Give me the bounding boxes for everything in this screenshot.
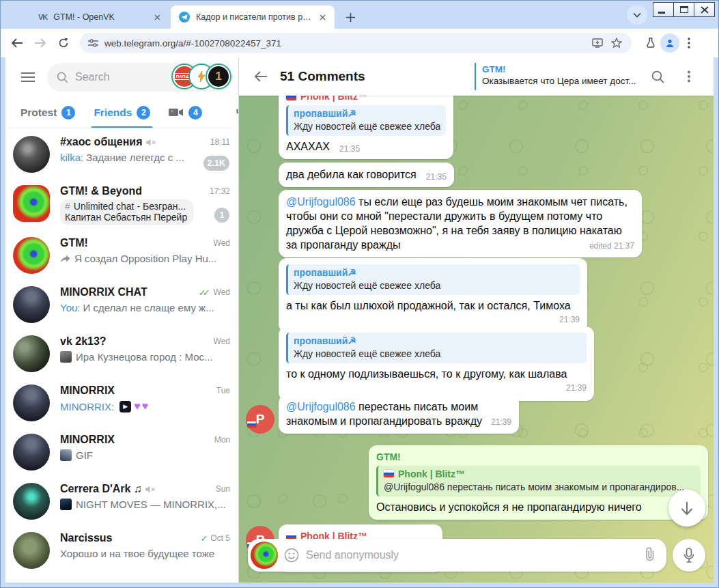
maximize-button[interactable] [673, 2, 694, 17]
telegram-favicon [179, 12, 190, 23]
minimize-button[interactable] [653, 2, 674, 17]
send-as-avatar[interactable] [251, 542, 278, 569]
hamburger-menu-icon[interactable] [14, 64, 42, 91]
window-controls [653, 2, 715, 17]
message-sender[interactable]: Phonk | Blitz™ [286, 96, 446, 104]
install-app-icon[interactable] [588, 33, 607, 53]
reload-button[interactable] [54, 33, 73, 53]
message-input[interactable] [306, 549, 643, 561]
chat-list-item-gtm-beyond[interactable]: GTM! & Beyond 17:32 #Unlimited chat - Бе… [5, 179, 238, 231]
read-check-icon: ✓ [200, 533, 208, 544]
profile-avatar-icon[interactable] [660, 33, 679, 53]
chat-list-item-minorrix-mon[interactable]: MINORRIX Mon GIF [5, 428, 238, 477]
back-arrow-icon[interactable] [247, 63, 274, 90]
chat-list: #хаос общения 18:11 kilka: Задание легег… [5, 130, 238, 583]
chat-search-icon[interactable] [644, 63, 671, 90]
comments-pane: 51 Comments GTM! Оказывается что Цера им… [239, 57, 714, 583]
browser-menu-icon[interactable] [679, 33, 699, 53]
purple-hearts-icon: ♥♥ [134, 400, 150, 412]
tab-strip: VK GTM! - OpenVK Кадор и писатели против… [0, 0, 719, 29]
pinned-post[interactable]: GTM! Оказывается что Цера имеет дост... [475, 63, 637, 90]
folder-badge: 1 [61, 106, 75, 120]
flask-icon[interactable] [641, 33, 660, 53]
close-tab-icon[interactable] [152, 12, 163, 23]
message-shlyukha[interactable]: пропавший☭ Жду новостей ещё свежее хлеба… [279, 258, 587, 333]
play-icon: ▶ [119, 401, 131, 412]
new-tab-button[interactable] [341, 8, 359, 26]
chat-list-item-cerrera[interactable]: Cerrera D'Ark ♫ Sun NIGHT MOVES — MINORR… [5, 477, 238, 526]
topic-chip: #Unlimited chat - Безгран... Капитан Себ… [60, 199, 193, 225]
audio-thumbnail [60, 499, 72, 510]
attach-paperclip-icon[interactable] [643, 546, 657, 564]
search-icon [57, 72, 68, 83]
tab-search-chevron[interactable] [627, 5, 647, 25]
forward-button[interactable] [31, 33, 50, 53]
chat-list-item-minorrix-tue[interactable]: MINORRIX Tue MINORRIX: ▶ ♥♥ [5, 378, 238, 428]
browser-tab-openvk[interactable]: VK GTM! - OpenVK [30, 5, 169, 29]
gif-thumbnail [60, 449, 72, 461]
scroll-down-button[interactable] [668, 490, 705, 527]
close-window-button[interactable] [694, 2, 715, 17]
mention-link[interactable]: @Urijfogul086 [286, 196, 356, 208]
reply-quote[interactable]: Phonk | Blitz™ @Urijfogul086 перестань п… [376, 466, 701, 496]
message-shalava[interactable]: пропавший☭ Жду новостей ещё свежее хлеба… [279, 326, 594, 401]
read-check-icon: ✓✓ [199, 288, 211, 298]
comments-header: 51 Comments GTM! Оказывается что Цера им… [239, 57, 714, 96]
forward-icon [60, 255, 70, 263]
message-perestan[interactable]: P @Urijfogul086 перестань писать моим зн… [279, 395, 519, 434]
message-sender[interactable]: GTM! [376, 450, 701, 464]
russia-flag-icon [247, 421, 256, 428]
microphone-button[interactable] [673, 539, 705, 572]
mention-link[interactable]: @Urijfogul086 [286, 401, 356, 412]
chat-avatar [13, 384, 50, 421]
reply-quote[interactable]: пропавший☭ Жду новостей ещё свежее хлеба [286, 264, 580, 295]
browser-tab-telegram[interactable]: Кадор и писатели против реше [171, 5, 335, 29]
russia-flag-icon [384, 470, 394, 477]
story-avatar-one[interactable]: 1 [207, 65, 230, 88]
chat-list-item-vk2k13[interactable]: vk 2k13? Wed Ира Кузнецова город : Мос..… [5, 329, 238, 378]
back-button[interactable] [8, 33, 27, 53]
browser-toolbar: web.telegram.org/a/#-1002708022457_371 [1, 29, 718, 57]
chat-avatar [13, 286, 50, 323]
chat-list-item-gtm[interactable]: GTM! Wed Я создал Opposition Play Hu... [5, 231, 238, 280]
unread-badge: 2.1K [203, 156, 229, 171]
chat-list-item-khaos[interactable]: #хаос общения 18:11 kilka: Задание легег… [5, 130, 238, 179]
folder-badge: 2 [137, 106, 150, 120]
folder-tab-friends[interactable]: Friends 2 [94, 97, 150, 128]
folder-tab-video[interactable]: 4 [169, 97, 202, 128]
mute-icon [146, 139, 156, 146]
message-outgoing-gtm[interactable]: GTM! Phonk | Blitz™ @Urijfogul086 перест… [369, 445, 708, 520]
chat-avatar [13, 483, 50, 520]
chat-avatar [13, 434, 50, 471]
emoji-icon[interactable] [284, 548, 299, 563]
url-bar[interactable]: web.telegram.org/a/#-1002708022457_371 [80, 33, 632, 53]
bookmark-star-icon[interactable] [607, 33, 626, 53]
sidebar-header: ПАПША 1 [5, 57, 238, 97]
vk-favicon: VK [38, 13, 47, 21]
chat-list-item-minorrix-chat[interactable]: MINORRIX CHAT ✓✓ Wed You: И сделал не сл… [5, 280, 238, 329]
folder-tab-cha[interactable]: Ча [236, 97, 238, 128]
chat-list-item-narcissus[interactable]: Narcissus ✓ Oct 5 Хорошо и на твое будущ… [5, 526, 238, 575]
photo-thumbnail [60, 351, 72, 363]
sender-avatar[interactable]: P [246, 405, 274, 434]
reply-quote[interactable]: пропавший☭ Жду новостей ещё свежее хлеба [286, 333, 587, 363]
chat-sidebar: ПАПША 1 Protest 1 Friends 2 [5, 57, 239, 583]
search-bar[interactable]: ПАПША 1 [47, 63, 233, 92]
chat-avatar [13, 136, 50, 173]
message-long-threat[interactable]: @Urijfogul086 ты если еще раз будешь мои… [279, 190, 642, 257]
close-tab-icon[interactable] [317, 12, 328, 23]
chat-avatar [13, 237, 50, 274]
message-input-pill[interactable] [248, 539, 666, 572]
message-time: 21:39 [286, 313, 580, 327]
site-settings-icon [88, 39, 98, 47]
folder-tab-protest[interactable]: Protest 1 [20, 97, 75, 128]
russia-flag-icon [286, 96, 296, 100]
chat-menu-icon[interactable] [675, 63, 703, 90]
toolbar-right [641, 33, 699, 53]
message-akhakhakh[interactable]: Phonk | Blitz™ пропавший☭ Жду новостей е… [279, 96, 453, 159]
reply-quote[interactable]: пропавший☭ Жду новостей ещё свежее хлеба [286, 105, 446, 136]
message-time: 21:35 [426, 170, 447, 184]
search-input[interactable] [75, 71, 157, 83]
message-dva-debila[interactable]: два дебила как говорится21:35 [279, 163, 454, 187]
message-list: Phonk | Blitz™ пропавший☭ Жду новостей е… [239, 96, 714, 583]
